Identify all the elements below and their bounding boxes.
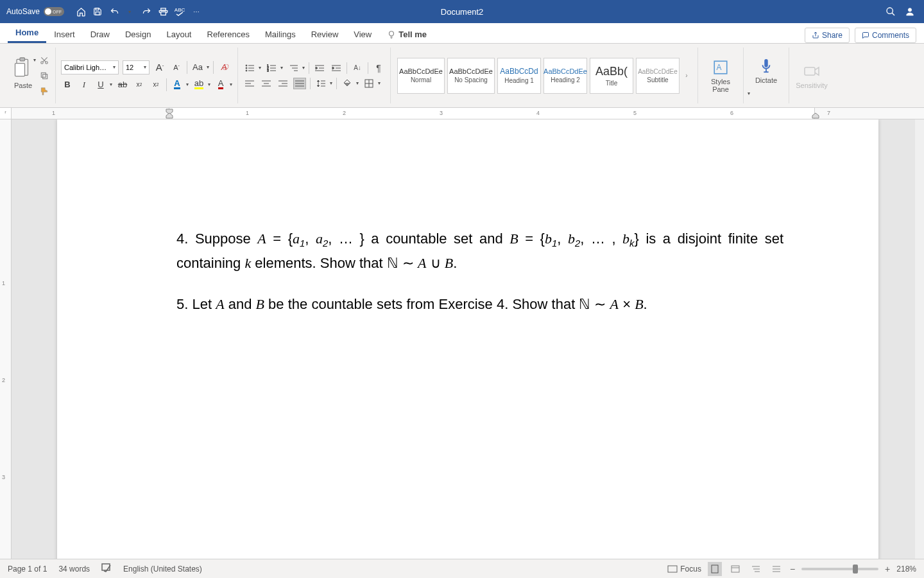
grow-font-icon[interactable]: Aˆ	[153, 61, 166, 74]
decrease-indent-icon[interactable]	[313, 62, 326, 74]
align-left-icon[interactable]	[243, 78, 256, 89]
share-button[interactable]: Share	[805, 28, 850, 43]
tab-home[interactable]: Home	[8, 24, 46, 43]
style-normal[interactable]: AaBbCcDdEeNormal	[397, 58, 445, 94]
page-count[interactable]: Page 1 of 1	[8, 565, 47, 574]
dictate-button[interactable]: Dictate	[749, 55, 783, 87]
tab-draw[interactable]: Draw	[83, 26, 117, 43]
strikethrough-button[interactable]: ab	[116, 78, 129, 91]
line-spacing-icon[interactable]	[314, 78, 327, 89]
shading-icon[interactable]	[341, 78, 354, 89]
paragraph-5[interactable]: 5. Let A and B be the countable sets fro…	[176, 293, 783, 316]
undo-dropdown-icon[interactable]: ▾	[124, 6, 135, 17]
shading-dropdown[interactable]: ▾	[356, 80, 359, 86]
increase-indent-icon[interactable]	[330, 62, 343, 74]
word-count[interactable]: 34 words	[58, 565, 90, 574]
copy-icon[interactable]	[38, 70, 50, 82]
tab-review[interactable]: Review	[304, 26, 346, 43]
justify-icon[interactable]	[293, 78, 306, 89]
vertical-scrollbar[interactable]	[915, 119, 924, 559]
change-case-icon[interactable]: Aa	[191, 61, 204, 74]
home-icon[interactable]	[76, 6, 86, 17]
zoom-thumb[interactable]	[853, 565, 858, 574]
style-no-spacing[interactable]: AaBbCcDdEeNo Spacing	[447, 58, 495, 94]
tab-mailings[interactable]: Mailings	[257, 26, 304, 43]
bold-button[interactable]: B	[61, 78, 74, 91]
italic-button[interactable]: I	[78, 78, 90, 91]
styles-more-icon[interactable]: ›	[682, 72, 691, 79]
dictate-dropdown[interactable]: ▾	[748, 91, 750, 96]
tab-layout[interactable]: Layout	[158, 26, 199, 43]
customize-qat-icon[interactable]: ⋯	[191, 6, 201, 17]
autosave-switch[interactable]: OFF	[44, 7, 64, 16]
style-heading-1[interactable]: AaBbCcDdHeading 1	[497, 58, 541, 94]
paragraph-4[interactable]: 4. Suppose A = {a1, a2, … } a countable …	[176, 227, 783, 275]
spellcheck-icon[interactable]: ABC	[175, 6, 185, 17]
style-title[interactable]: AaBb(Title	[590, 58, 633, 94]
zoom-slider[interactable]	[801, 568, 878, 570]
print-icon[interactable]	[158, 6, 168, 17]
language-status[interactable]: English (United States)	[123, 565, 202, 574]
numbering-icon[interactable]: 123	[265, 62, 278, 74]
borders-icon[interactable]	[363, 78, 375, 89]
search-icon[interactable]	[886, 6, 896, 17]
align-center-icon[interactable]	[260, 78, 273, 89]
outline-view-icon[interactable]	[749, 562, 763, 576]
comments-button[interactable]: Comments	[855, 28, 916, 43]
show-marks-icon[interactable]: ¶	[372, 62, 385, 74]
style-subtitle[interactable]: AaBbCcDdEeSubtitle	[636, 58, 680, 94]
focus-mode[interactable]: Focus	[667, 565, 701, 574]
underline-dropdown[interactable]: ▾	[110, 82, 112, 87]
spellcheck-status-icon[interactable]	[101, 563, 112, 574]
web-layout-view-icon[interactable]	[728, 562, 742, 576]
superscript-button[interactable]: x2	[150, 78, 162, 91]
underline-button[interactable]: U	[94, 78, 107, 91]
borders-dropdown[interactable]: ▾	[378, 80, 381, 86]
page[interactable]: 4. Suppose A = {a1, a2, … } a countable …	[57, 119, 878, 559]
bullets-icon[interactable]	[243, 62, 256, 74]
shrink-font-icon[interactable]: Aˇ	[170, 61, 183, 74]
font-color-icon[interactable]: A	[214, 78, 227, 91]
redo-icon[interactable]	[141, 6, 151, 17]
zoom-in-button[interactable]: +	[885, 564, 890, 574]
format-painter-icon[interactable]	[38, 85, 50, 97]
horizontal-ruler[interactable]: ⸢ 1 1 2 3 4 5 6 7	[0, 108, 924, 119]
tab-design[interactable]: Design	[117, 26, 158, 43]
zoom-level[interactable]: 218%	[896, 565, 916, 574]
align-right-icon[interactable]	[277, 78, 289, 89]
font-size-select[interactable]: 12▾	[123, 60, 150, 74]
cut-icon[interactable]	[38, 55, 50, 66]
right-indent-marker[interactable]	[812, 109, 818, 118]
left-indent-marker[interactable]	[166, 109, 172, 118]
paste-dropdown-icon[interactable]: ▾	[33, 57, 36, 63]
style-heading-2[interactable]: AaBbCcDdEeHeading 2	[543, 58, 587, 94]
multilevel-list-icon[interactable]	[287, 62, 300, 74]
font-name-select[interactable]: Calibri Ligh…▾	[61, 60, 119, 74]
tab-view[interactable]: View	[346, 26, 379, 43]
account-icon[interactable]	[905, 6, 915, 17]
autosave-toggle[interactable]: AutoSave OFF	[0, 7, 71, 16]
highlight-dropdown[interactable]: ▾	[208, 82, 210, 87]
clear-formatting-icon[interactable]: A⃠	[218, 61, 230, 74]
font-color-dropdown[interactable]: ▾	[230, 82, 232, 87]
tab-references[interactable]: References	[200, 26, 257, 43]
document-body[interactable]: 4. Suppose A = {a1, a2, … } a countable …	[176, 227, 783, 335]
save-icon[interactable]	[92, 6, 103, 17]
line-spacing-dropdown[interactable]: ▾	[330, 80, 332, 86]
print-layout-view-icon[interactable]	[708, 562, 722, 576]
paste-button[interactable]	[12, 55, 35, 82]
zoom-out-button[interactable]: −	[790, 564, 795, 574]
numbering-dropdown[interactable]: ▾	[280, 65, 283, 71]
text-effects-dropdown[interactable]: ▾	[186, 82, 189, 87]
highlight-icon[interactable]: ab	[193, 78, 205, 91]
multilevel-dropdown[interactable]: ▾	[302, 65, 305, 71]
styles-pane-button[interactable]: A Styles Pane	[703, 56, 738, 96]
draft-view-icon[interactable]	[769, 562, 783, 576]
tab-selector-icon[interactable]: ⸢	[0, 108, 12, 119]
tab-insert[interactable]: Insert	[46, 26, 83, 43]
text-effects-icon[interactable]: A	[171, 78, 184, 91]
vertical-ruler[interactable]: 1 2 3	[0, 119, 12, 559]
subscript-button[interactable]: x2	[133, 78, 146, 91]
undo-icon[interactable]	[109, 6, 119, 17]
sort-icon[interactable]: A↓	[351, 62, 364, 74]
